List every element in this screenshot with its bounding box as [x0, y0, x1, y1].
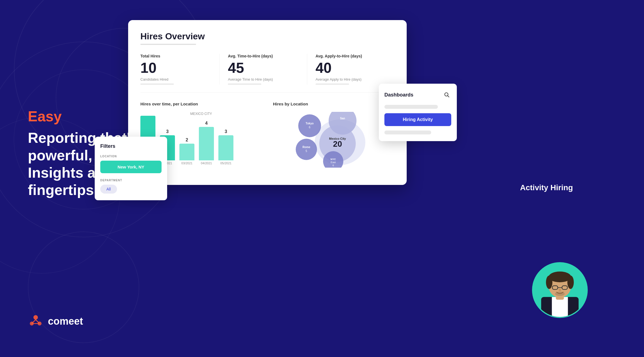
svg-point-3	[33, 315, 38, 320]
kpi-total-hires-label: Total Hires	[140, 54, 211, 58]
kpi-row: Total Hires 10 Candidates Hired Avg. Tim…	[140, 54, 394, 93]
bar-chart-title: Hires over time, per Location	[140, 102, 262, 106]
svg-rect-29	[552, 297, 568, 317]
svg-text:5: 5	[306, 149, 307, 153]
kpi-total-hires-value: 10	[140, 61, 211, 75]
svg-line-26	[448, 96, 449, 97]
svg-point-34	[567, 276, 574, 289]
bar-2	[199, 127, 214, 160]
bar-value-1: 2	[186, 138, 188, 143]
kpi-time-to-hire-bar	[228, 84, 261, 85]
dashboard-item-placeholder-1	[384, 105, 438, 109]
comeet-logo-icon	[28, 313, 43, 329]
svg-text:NYC: NYC	[331, 158, 336, 161]
bubble-chart-section: Hires by Location Tokyo 6 San	[273, 102, 394, 174]
kpi-apply-to-hire-bar	[316, 84, 349, 85]
bar-value-2: 4	[205, 121, 208, 126]
svg-point-33	[546, 276, 552, 289]
department-filter-label: DEPARTMENT	[100, 179, 162, 182]
kpi-time-to-hire-value: 45	[228, 61, 298, 75]
svg-text:6: 6	[309, 126, 311, 129]
title-bar-decoration	[140, 44, 196, 45]
kpi-time-to-hire: Avg. Time-to-Hire (days) 45 Average Time…	[228, 54, 307, 85]
kpi-apply-to-hire-label: Avg. Apply-to-Hire (days)	[316, 54, 386, 58]
svg-text:East: East	[331, 161, 336, 164]
department-filter-value[interactable]: All	[100, 185, 117, 194]
svg-point-38	[558, 289, 561, 291]
dashboards-panel-title: Dashboards	[384, 92, 413, 98]
svg-text:Tokyo: Tokyo	[306, 122, 314, 125]
bar-value-3: 3	[225, 129, 227, 134]
bubble-svg: Tokyo 6 San Rome 5 Mexico City 20	[273, 112, 394, 168]
svg-text:Rome: Rome	[303, 146, 310, 149]
bar-value-0: 3	[166, 129, 169, 134]
svg-text:20: 20	[333, 139, 342, 148]
bubble-chart: Tokyo 6 San Rome 5 Mexico City 20	[273, 112, 394, 168]
kpi-total-hires-bar	[140, 84, 174, 85]
mexico-city-label: MEXICO CITY	[140, 112, 262, 116]
dashboard-title: Hires Overview	[140, 31, 394, 42]
location-filter-value[interactable]: New York, NY	[100, 161, 162, 173]
svg-point-39	[555, 292, 565, 296]
svg-line-6	[32, 320, 36, 324]
bar-group-1: 2 03/2021	[179, 138, 194, 165]
svg-text:San: San	[340, 117, 345, 120]
kpi-total-hires-sub: Candidates Hired	[140, 77, 211, 81]
search-icon[interactable]	[442, 90, 451, 99]
bar-group-3: 3 05/2021	[218, 129, 233, 165]
hiring-activity-button[interactable]: Hiring Activity	[384, 113, 451, 126]
kpi-time-to-hire-sub: Average Time to Hire (days)	[228, 77, 298, 81]
kpi-apply-to-hire-sub: Average Apply to Hire (days)	[316, 77, 386, 81]
kpi-apply-to-hire-value: 40	[316, 61, 386, 75]
bubble-chart-title: Hires by Location	[273, 102, 394, 106]
bar-1	[179, 144, 194, 160]
kpi-time-to-hire-label: Avg. Time-to-Hire (days)	[228, 54, 298, 58]
kpi-total-hires: Total Hires 10 Candidates Hired	[140, 54, 219, 85]
charts-row: Hires over time, per Location MEXICO CIT…	[140, 102, 394, 174]
bar-group-2: 4 04/2021	[199, 121, 214, 165]
location-filter-label: LOCATION	[100, 155, 162, 158]
filters-title: Filters	[100, 143, 162, 149]
dashboards-panel: Dashboards Hiring Activity	[379, 84, 457, 141]
bar-label-2: 04/2021	[201, 161, 212, 165]
svg-line-7	[36, 320, 40, 324]
hiring-activity-display-label: Activity Hiring	[520, 183, 573, 192]
logo-container: comeet	[28, 313, 83, 329]
bar-label-1: 03/2021	[181, 161, 192, 165]
svg-text:6: 6	[333, 164, 334, 167]
dashboard-item-placeholder-2	[384, 131, 431, 134]
dashboard-card: Hires Overview Total Hires 10 Candidates…	[128, 20, 407, 185]
bar-3	[218, 135, 233, 160]
avatar-person	[533, 262, 587, 317]
kpi-apply-to-hire: Avg. Apply-to-Hire (days) 40 Average App…	[316, 54, 394, 85]
bar-label-3: 05/2021	[220, 161, 231, 165]
avatar-container	[532, 262, 588, 318]
filters-panel: Filters LOCATION New York, NY DEPARTMENT…	[95, 137, 167, 200]
dashboards-header: Dashboards	[384, 90, 451, 99]
logo-text: comeet	[48, 315, 83, 327]
